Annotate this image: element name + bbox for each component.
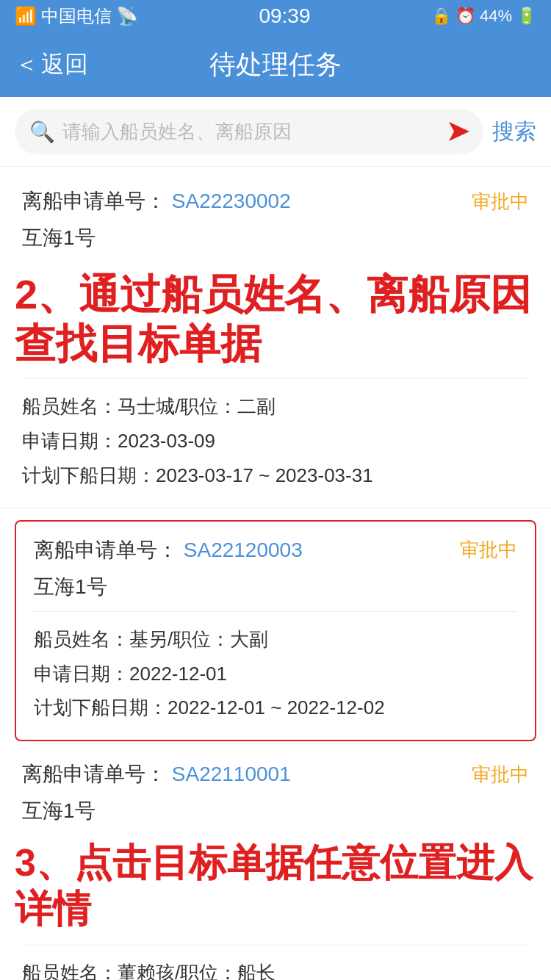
search-bar: 🔍 请输入船员姓名、离船原因 ➤ 搜索 [0, 97, 551, 167]
card-2-id: SA22120003 [184, 538, 303, 561]
card-3-id-area: 离船申请单号： SA22110001 [22, 760, 291, 788]
card-3-ship: 互海1号 [22, 797, 529, 825]
card-1-status: 审批中 [472, 189, 529, 215]
search-input-wrap[interactable]: 🔍 请输入船员姓名、离船原因 ➤ [15, 109, 483, 154]
card-1-plan-date: 计划下船日期：2023-03-17 ~ 2023-03-31 [22, 458, 529, 493]
annotation-3-text: 3、点击目标单据任意位置进入详情 [0, 835, 551, 934]
card-2-apply-date: 申请日期：2022-12-01 [34, 657, 517, 691]
card-partial-top: 离船申请单号： SA22230002 审批中 互海1号 [0, 173, 551, 252]
card-3-details[interactable]: 船员姓名：董赖孩/职位：船长 申请日期：2022-11-30 计划下船日期：20… [0, 945, 551, 980]
card-2-crew: 船员姓名：基另/职位：大副 [34, 622, 517, 657]
annotation-2-text: 2、通过船员姓名、离船原因查找目标单据 [0, 262, 551, 368]
carrier-wifi: 📶 中国电信 📡 [15, 4, 138, 28]
alarm-icon: ⏰ [455, 7, 475, 26]
search-icon: 🔍 [29, 120, 55, 144]
card-2-plan-date: 计划下船日期：2022-12-01 ~ 2022-12-02 [34, 691, 517, 725]
back-button[interactable]: ＜ 返回 [15, 48, 88, 81]
card-1-crew: 船员姓名：马士城/职位：二副 [22, 389, 529, 424]
status-bar: 📶 中国电信 📡 09:39 🔒 ⏰ 44% 🔋 [0, 0, 551, 32]
nav-bar: ＜ 返回 待处理任务 [0, 32, 551, 97]
card-2-ship: 互海1号 [34, 573, 517, 601]
card-1-details[interactable]: 船员姓名：马士城/职位：二副 申请日期：2023-03-09 计划下船日期：20… [0, 378, 551, 508]
card-3-partial-header: 离船申请单号： SA22110001 审批中 互海1号 [0, 753, 551, 825]
search-button[interactable]: 搜索 [492, 117, 536, 147]
battery-icon: 🔋 [516, 7, 536, 26]
card-1-apply-date: 申请日期：2023-03-09 [22, 424, 529, 458]
annotation-arrow: ➤ [447, 116, 469, 147]
wifi-icon: 📡 [116, 6, 138, 26]
signal-icon: 📶 [15, 6, 37, 26]
card-3-crew: 船员姓名：董赖孩/职位：船长 [22, 956, 529, 980]
card-1-id-label: 离船申请单号： SA22230002 [22, 187, 291, 215]
card-1-ship: 互海1号 [22, 224, 529, 252]
card-2-highlighted[interactable]: 离船申请单号： SA22120003 审批中 互海1号 船员姓名：基另/职位：大… [15, 520, 536, 741]
search-placeholder: 请输入船员姓名、离船原因 [62, 119, 439, 145]
battery-text: 44% [480, 7, 512, 26]
lock-icon: 🔒 [431, 7, 451, 26]
carrier-text: 中国电信 [41, 4, 112, 28]
card-2-status: 审批中 [460, 537, 517, 563]
card-3-status: 审批中 [472, 762, 529, 788]
status-right: 🔒 ⏰ 44% 🔋 [431, 7, 536, 26]
card-2-id-area: 离船申请单号： SA22120003 [34, 536, 303, 564]
back-chevron-icon: ＜ [15, 48, 38, 81]
card-3-id: SA22110001 [172, 763, 291, 785]
back-label: 返回 [41, 48, 88, 81]
annotation-3-overlay: 离船申请单号： SA22110001 审批中 互海1号 3、点击目标单据任意位置… [0, 753, 551, 934]
annotation-2-overlay: 离船申请单号： SA22230002 审批中 互海1号 2、通过船员姓名、离船原… [0, 173, 551, 508]
page-title: 待处理任务 [209, 47, 342, 83]
status-time: 09:39 [259, 4, 310, 28]
